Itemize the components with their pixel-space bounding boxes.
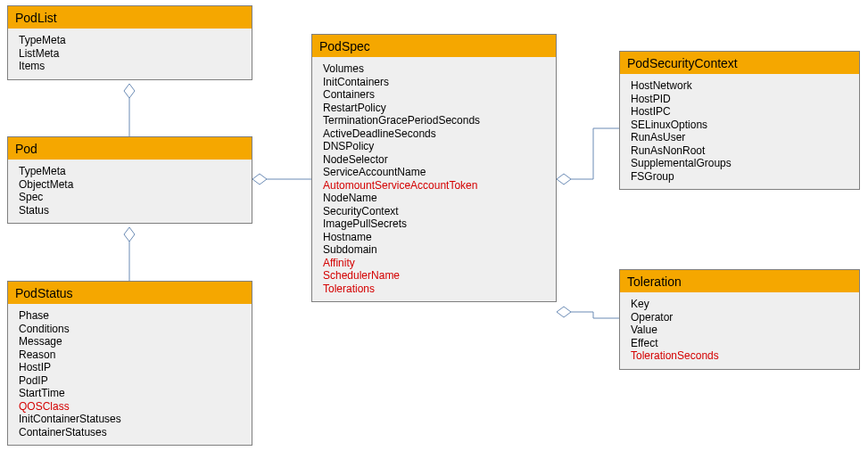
- class-attribute: HostIP: [19, 361, 244, 374]
- diamond-podspec-security: [557, 174, 571, 184]
- class-body: TypeMetaListMetaItems: [8, 29, 252, 79]
- class-attribute: TolerationSeconds: [631, 349, 852, 363]
- class-attribute: ImagePullSecrets: [323, 217, 549, 231]
- class-title: PodSpec: [312, 35, 556, 57]
- class-pod: Pod TypeMetaObjectMetaSpecStatus: [7, 136, 252, 224]
- class-podsecuritycontext: PodSecurityContext HostNetworkHostPIDHos…: [619, 51, 860, 190]
- class-attribute: ServiceAccountName: [323, 166, 549, 179]
- diamond-podspec-toleration: [557, 307, 571, 317]
- class-title: PodList: [8, 6, 252, 29]
- class-attribute: SchedulerName: [323, 269, 549, 283]
- class-attribute: SecurityContext: [323, 205, 549, 218]
- class-attribute: NodeName: [323, 192, 549, 205]
- diamond-pod-spec: [252, 174, 267, 184]
- class-attribute: FSGroup: [631, 170, 852, 184]
- class-attribute: Hostname: [323, 231, 549, 244]
- class-attribute: ActiveDeadlineSeconds: [323, 127, 549, 141]
- class-attribute: Conditions: [19, 323, 244, 336]
- class-attribute: Key: [631, 298, 852, 311]
- class-attribute: TypeMeta: [19, 165, 244, 178]
- class-attribute: TerminationGracePeriodSeconds: [323, 114, 549, 127]
- class-body: KeyOperatorValueEffectTolerationSeconds: [620, 292, 859, 369]
- class-attribute: AutomountServiceAccountToken: [323, 179, 549, 193]
- diamond-podlist: [124, 84, 135, 98]
- class-attribute: StartTime: [19, 387, 244, 400]
- class-attribute: Status: [19, 204, 244, 217]
- class-attribute: InitContainerStatuses: [19, 413, 244, 426]
- class-attribute: HostNetwork: [631, 79, 852, 93]
- class-attribute: Containers: [323, 88, 549, 102]
- class-attribute: Subdomain: [323, 243, 549, 257]
- class-body: PhaseConditionsMessageReasonHostIPPodIPS…: [8, 304, 252, 445]
- class-attribute: DNSPolicy: [323, 140, 549, 153]
- class-attribute: HostIPC: [631, 105, 852, 119]
- class-attribute: ListMeta: [19, 47, 244, 61]
- class-attribute: Tolerations: [323, 283, 549, 296]
- class-attribute: Spec: [19, 191, 244, 204]
- class-attribute: InitContainers: [323, 76, 549, 89]
- class-podstatus: PodStatus PhaseConditionsMessageReasonHo…: [7, 281, 252, 446]
- class-attribute: TypeMeta: [19, 34, 244, 47]
- class-attribute: RunAsNonRoot: [631, 144, 852, 158]
- class-body: VolumesInitContainersContainersRestartPo…: [312, 57, 556, 301]
- class-title: Pod: [8, 137, 252, 160]
- class-attribute: Effect: [631, 337, 852, 350]
- class-attribute: HostPID: [631, 93, 852, 106]
- class-attribute: ObjectMeta: [19, 178, 244, 192]
- class-attribute: Volumes: [323, 62, 549, 76]
- diamond-pod-status: [124, 227, 135, 242]
- class-podspec: PodSpec VolumesInitContainersContainersR…: [311, 34, 557, 302]
- class-attribute: NodeSelector: [323, 153, 549, 167]
- class-body: HostNetworkHostPIDHostIPCSELinuxOptionsR…: [620, 74, 859, 189]
- diagram-canvas: http blog.csdn.net/horsefoot PodList Typ…: [0, 0, 868, 459]
- class-attribute: RestartPolicy: [323, 102, 549, 115]
- class-attribute: QOSClass: [19, 400, 244, 414]
- class-attribute: RunAsUser: [631, 131, 852, 144]
- class-title: PodSecurityContext: [620, 52, 859, 74]
- class-attribute: Operator: [631, 311, 852, 324]
- class-attribute: Value: [631, 324, 852, 337]
- class-attribute: Message: [19, 335, 244, 348]
- class-attribute: ContainerStatuses: [19, 426, 244, 439]
- class-attribute: Reason: [19, 348, 244, 362]
- class-toleration: Toleration KeyOperatorValueEffectTolerat…: [619, 269, 860, 370]
- class-title: PodStatus: [8, 282, 252, 304]
- link-podspec-toleration: [571, 312, 619, 318]
- class-body: TypeMetaObjectMetaSpecStatus: [8, 160, 252, 223]
- class-attribute: SupplementalGroups: [631, 157, 852, 170]
- class-podlist: PodList TypeMetaListMetaItems: [7, 5, 252, 80]
- class-attribute: Items: [19, 60, 244, 73]
- class-attribute: Phase: [19, 309, 244, 323]
- class-attribute: PodIP: [19, 374, 244, 388]
- class-attribute: SELinuxOptions: [631, 119, 852, 132]
- class-attribute: Affinity: [323, 257, 549, 270]
- class-title: Toleration: [620, 270, 859, 292]
- link-podspec-podsecurity: [571, 128, 619, 179]
